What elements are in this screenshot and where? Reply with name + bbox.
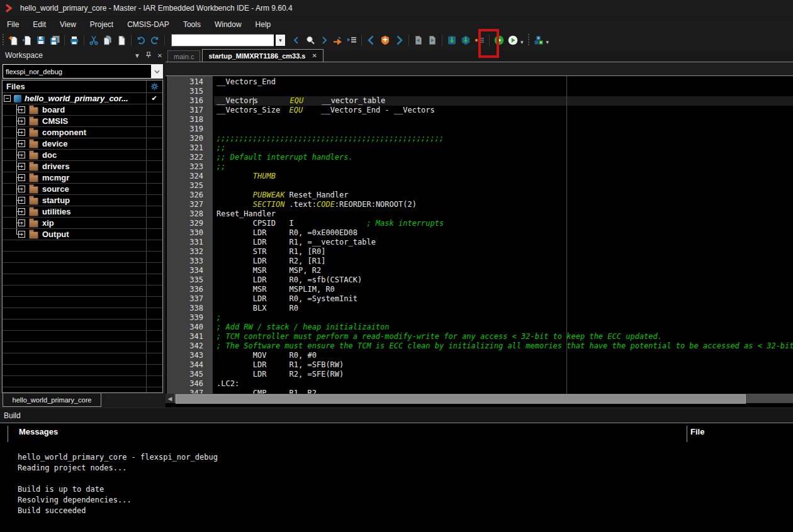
line-number[interactable]: 346 bbox=[167, 379, 214, 389]
menu-tools[interactable]: Tools bbox=[176, 18, 208, 31]
code-line[interactable]: 314__Vectors_End bbox=[166, 77, 793, 87]
line-number[interactable]: 326 bbox=[167, 191, 214, 200]
code-line[interactable]: 329 CPSID I ; Mask interrupts bbox=[166, 219, 793, 228]
tree-item-startup[interactable]: +startup bbox=[3, 195, 162, 206]
code-line[interactable]: 341; TCM controller must perform a read-… bbox=[166, 332, 793, 341]
scroll-left-button[interactable]: ◀ bbox=[166, 394, 174, 403]
line-number[interactable]: 320 bbox=[167, 134, 214, 143]
build-message-row[interactable]: Reading project nodes... bbox=[18, 463, 218, 474]
menu-help[interactable]: Help bbox=[249, 18, 278, 31]
line-number[interactable]: 325 bbox=[167, 181, 214, 191]
code-line[interactable]: 342; The Software must ensure the TCM is… bbox=[166, 341, 793, 351]
code-line[interactable]: 337 LDR R0, =SystemInit bbox=[166, 294, 793, 304]
new-document-button[interactable] bbox=[6, 33, 20, 48]
line-number[interactable]: 345 bbox=[167, 370, 214, 379]
code-line[interactable]: 335 LDR R0, =sfb(CSTACK) bbox=[166, 275, 793, 285]
code-line[interactable]: 323;; bbox=[166, 162, 793, 172]
code-line[interactable]: 345 LDR R2, =SFE(RW) bbox=[166, 370, 793, 379]
code-line[interactable]: 316__Vectors EQU __vector_table bbox=[166, 96, 793, 106]
copy-button[interactable] bbox=[101, 33, 115, 48]
tree-item-device[interactable]: +device bbox=[3, 138, 162, 150]
code-line[interactable]: 340; Add RW / stack / heap initializaito… bbox=[166, 323, 793, 332]
code-line[interactable]: 343 MOV R0, #0 bbox=[166, 351, 793, 360]
code-line[interactable]: 333 LDR R2, [R1] bbox=[166, 257, 793, 266]
code-line[interactable]: 339; bbox=[166, 313, 793, 323]
line-number[interactable]: 334 bbox=[167, 266, 214, 275]
line-number[interactable]: 315 bbox=[167, 87, 214, 96]
line-number[interactable]: 343 bbox=[167, 351, 214, 360]
tree-item-board[interactable]: +board bbox=[3, 104, 162, 116]
line-number[interactable]: 314 bbox=[167, 77, 214, 87]
toggle-source-browser-button[interactable] bbox=[345, 33, 359, 48]
tab-main-c[interactable]: main.c bbox=[167, 50, 200, 62]
line-number[interactable]: 347 bbox=[167, 389, 214, 394]
build-panel-caption[interactable]: Build bbox=[0, 407, 793, 423]
line-number[interactable]: 335 bbox=[167, 275, 214, 285]
menu-project[interactable]: Project bbox=[83, 18, 120, 31]
code-line[interactable]: 324 THUMB bbox=[166, 172, 793, 181]
download-file-button[interactable] bbox=[459, 33, 473, 48]
save-button[interactable] bbox=[34, 33, 48, 48]
save-all-button[interactable] bbox=[48, 33, 62, 48]
line-number[interactable]: 330 bbox=[167, 228, 214, 238]
line-number[interactable]: 340 bbox=[167, 323, 214, 332]
collapse-box-icon[interactable]: − bbox=[4, 95, 11, 102]
browse-back-button[interactable] bbox=[364, 33, 378, 48]
code-line[interactable]: 332 STR R1, [R0] bbox=[166, 247, 793, 257]
tree-item-drivers[interactable]: +drivers bbox=[3, 161, 162, 172]
navigate-back-button[interactable] bbox=[290, 33, 303, 48]
line-number[interactable]: 324 bbox=[167, 172, 214, 181]
line-number[interactable]: 328 bbox=[167, 209, 214, 219]
line-number[interactable]: 321 bbox=[167, 143, 214, 153]
tree-item-source[interactable]: +source bbox=[3, 184, 162, 195]
code-line[interactable]: 344 LDR R1, =SFB(RW) bbox=[166, 360, 793, 370]
line-number[interactable]: 329 bbox=[167, 219, 214, 228]
line-number[interactable]: 342 bbox=[167, 341, 214, 351]
line-number[interactable]: 323 bbox=[167, 162, 214, 172]
tree-item-xip[interactable]: +xip bbox=[3, 218, 162, 229]
pin-icon[interactable] bbox=[143, 52, 154, 60]
code-line[interactable]: 338 BLX R0 bbox=[166, 304, 793, 313]
configuration-dropdown-button[interactable] bbox=[151, 65, 162, 78]
build-message-row[interactable]: Build succeeded bbox=[18, 506, 218, 516]
search-combobox[interactable]: ▾ bbox=[171, 34, 286, 47]
cmsis-manager-button[interactable] bbox=[532, 33, 546, 48]
find-button[interactable] bbox=[303, 33, 317, 48]
horizontal-scrollbar[interactable]: ◀ bbox=[166, 394, 793, 403]
bookmark-button[interactable] bbox=[378, 33, 392, 48]
menu-cmsis-dap[interactable]: CMSIS-DAP bbox=[120, 18, 176, 31]
menu-window[interactable]: Window bbox=[208, 18, 249, 31]
code-line[interactable]: 346.LC2: bbox=[166, 379, 793, 389]
search-input[interactable] bbox=[172, 35, 274, 46]
menu-file[interactable]: File bbox=[0, 18, 26, 31]
line-number[interactable]: 333 bbox=[167, 257, 214, 266]
scrollbar-thumb[interactable] bbox=[176, 394, 746, 404]
code-line[interactable]: 331 LDR R1, =__vector_table bbox=[166, 238, 793, 247]
tree-item-output[interactable]: +Output bbox=[3, 229, 162, 240]
code-line[interactable]: 347 CMP R1, R2 bbox=[166, 389, 793, 394]
line-number[interactable]: 339 bbox=[167, 313, 214, 323]
download-active-application-button[interactable] bbox=[445, 33, 459, 48]
build-message-row[interactable] bbox=[18, 474, 218, 484]
line-number[interactable]: 316 bbox=[167, 96, 214, 106]
code-line[interactable]: 330 LDR R0, =0xE000ED08 bbox=[166, 228, 793, 238]
line-number[interactable]: 327 bbox=[167, 200, 214, 209]
code-line[interactable]: 317__Vectors_Size EQU __Vectors_End - __… bbox=[166, 106, 793, 115]
next-document-button[interactable] bbox=[425, 33, 439, 48]
menu-edit[interactable]: Edit bbox=[26, 18, 53, 31]
code-line[interactable]: 326 PUBWEAK Reset_Handler bbox=[166, 191, 793, 200]
previous-document-button[interactable] bbox=[412, 33, 425, 48]
project-root-row[interactable]: − hello_world_primary_cor... ✔ bbox=[3, 93, 162, 104]
line-number[interactable]: 332 bbox=[167, 247, 214, 257]
line-number[interactable]: 344 bbox=[167, 360, 214, 370]
navigate-forward-button[interactable] bbox=[317, 33, 331, 48]
build-message-row[interactable]: Resolving dependencies... bbox=[18, 495, 218, 506]
browse-forward-button[interactable] bbox=[392, 33, 406, 48]
build-message-row[interactable]: Build is up to date bbox=[18, 484, 218, 495]
line-number[interactable]: 322 bbox=[167, 153, 214, 162]
code-line[interactable]: 321;; bbox=[166, 143, 793, 153]
tab-startup-file[interactable]: startup_MIMXRT1186_cm33.s ✕ bbox=[202, 49, 323, 62]
code-line[interactable]: 320;;;;;;;;;;;;;;;;;;;;;;;;;;;;;;;;;;;;;… bbox=[166, 134, 793, 143]
code-line[interactable]: 334 MSR MSP, R2 bbox=[166, 266, 793, 275]
code-line[interactable]: 315 bbox=[166, 87, 793, 96]
